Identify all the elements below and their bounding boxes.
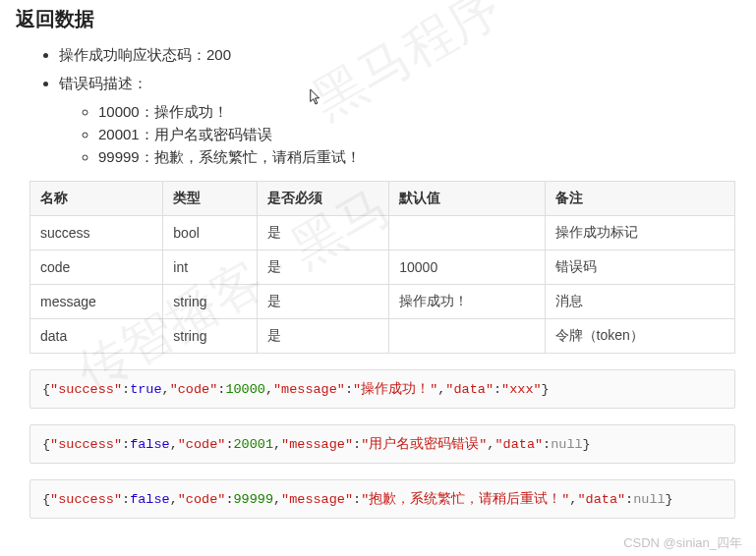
error-desc-label: 错误码描述：	[59, 75, 147, 91]
description-list: 操作成功响应状态码：200 错误码描述： 10000：操作成功！ 20001：用…	[16, 46, 756, 167]
list-item: 99999：抱歉，系统繁忙，请稍后重试！	[98, 148, 756, 167]
table-row: successbool是操作成功标记	[30, 216, 735, 250]
table-row: datastring是令牌（token）	[30, 319, 735, 354]
section-title: 返回数据	[16, 6, 756, 32]
code-example-2: {"success":false,"code":20001,"message":…	[29, 424, 735, 464]
table-row: messagestring是操作成功！消息	[30, 285, 735, 319]
col-required: 是否必须	[258, 182, 389, 216]
col-remark: 备注	[545, 182, 735, 216]
list-item: 10000：操作成功！	[98, 103, 756, 122]
status-code-item: 操作成功响应状态码：200	[59, 46, 756, 65]
table-body: successbool是操作成功标记 codeint是10000错误码 mess…	[30, 216, 735, 354]
error-desc-item: 错误码描述： 10000：操作成功！ 20001：用户名或密码错误 99999：…	[59, 75, 756, 167]
table-header-row: 名称 类型 是否必须 默认值 备注	[30, 182, 735, 216]
col-default: 默认值	[389, 182, 545, 216]
code-example-1: {"success":true,"code":10000,"message":"…	[29, 369, 735, 409]
col-type: 类型	[163, 182, 258, 216]
response-fields-table: 名称 类型 是否必须 默认值 备注 successbool是操作成功标记 cod…	[29, 181, 735, 354]
col-name: 名称	[30, 182, 163, 216]
error-code-list: 10000：操作成功！ 20001：用户名或密码错误 99999：抱歉，系统繁忙…	[59, 103, 756, 167]
attribution-watermark: CSDN @sinian_四年	[623, 534, 742, 552]
table-row: codeint是10000错误码	[30, 250, 735, 285]
code-example-3: {"success":false,"code":99999,"message":…	[29, 479, 735, 519]
list-item: 20001：用户名或密码错误	[98, 126, 756, 144]
